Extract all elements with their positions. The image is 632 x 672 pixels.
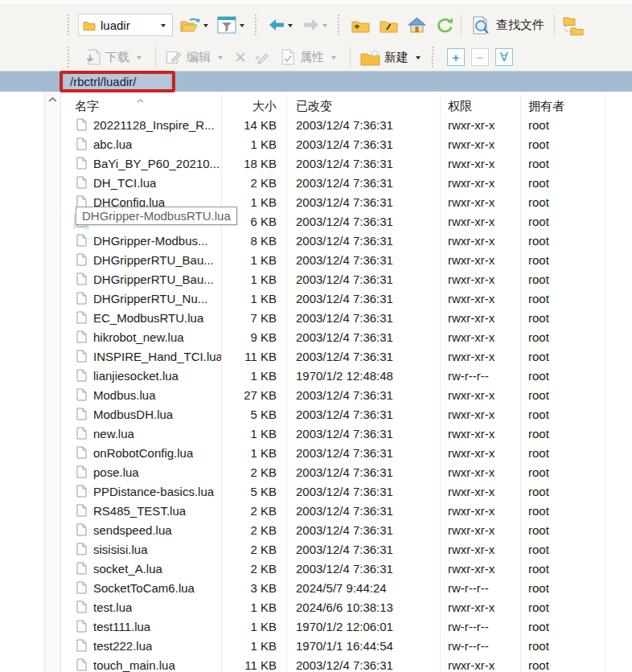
rename-icon[interactable] (255, 50, 271, 64)
table-row[interactable]: RS485_TEST.lua 2 KB 2003/12/4 7:36:31 rw… (63, 501, 632, 520)
delete-icon[interactable]: ✕ (234, 50, 247, 65)
add-bookmark-button[interactable]: + (447, 48, 465, 66)
file-name: hikrobot_new.lua (93, 330, 184, 344)
cell-changed: 2024/5/7 9:44:24 (286, 581, 440, 595)
directory-combobox[interactable]: luadir (78, 14, 173, 36)
table-row[interactable]: pose.lua 2 KB 2003/12/4 7:36:31 rwxr-xr-… (63, 462, 632, 481)
filter-button[interactable] (217, 16, 236, 34)
table-row[interactable]: test.lua 1 KB 2024/6/6 10:38:13 rwxr-xr-… (63, 597, 632, 617)
properties-button[interactable]: 属性 (277, 47, 343, 67)
cell-name: hikrobot_new.lua (63, 330, 221, 345)
edit-button[interactable]: 编辑 (163, 48, 229, 67)
forward-dropdown-icon[interactable] (322, 24, 327, 27)
file-icon (75, 542, 88, 557)
header-name[interactable]: 名字 (63, 99, 221, 114)
table-row[interactable]: SocketToCam6.lua 3 KB 2024/5/7 9:44:24 r… (63, 578, 632, 597)
file-name: Modbus.lua (93, 388, 156, 402)
cell-changed: 2003/12/4 7:36:31 (286, 408, 440, 421)
back-dropdown-icon[interactable] (288, 24, 293, 27)
table-row[interactable]: DHGripperRTU_Bau... 1 KB 2003/12/4 7:36:… (63, 250, 632, 269)
table-row[interactable]: BaYi_BY_P60_20210... 18 KB 2003/12/4 7:3… (63, 154, 632, 173)
table-row[interactable]: touch_main.lua 11 KB 2003/12/4 7:36:31 r… (63, 655, 632, 672)
cell-owner: root (520, 523, 605, 537)
table-row[interactable]: Modbus.lua 27 KB 2003/12/4 7:36:31 rwxr-… (63, 385, 632, 404)
table-row[interactable]: onRobotConfig.lua 1 KB 2003/12/4 7:36:31… (63, 443, 632, 462)
select-filter-button[interactable]: ∀ (495, 48, 513, 66)
forward-button[interactable] (303, 18, 319, 31)
scrollbar-up-button[interactable] (45, 92, 60, 108)
filter-dropdown-icon[interactable] (240, 24, 244, 27)
table-row[interactable]: DHGripperRTU_Bau... 1 KB 2003/12/4 7:36:… (63, 269, 632, 289)
vertical-scrollbar[interactable] (44, 92, 61, 672)
toolbar-grip[interactable] (432, 47, 437, 68)
cell-owner: root (520, 176, 605, 190)
find-files-label: 查找文件 (496, 18, 544, 33)
header-size[interactable]: 大小 (221, 99, 286, 114)
table-row[interactable]: DHGripperRTU_Nu... 1 KB 2003/12/4 7:36:3… (63, 289, 632, 308)
table-row[interactable]: abc.lua 1 KB 2003/12/4 7:36:31 rwxr-xr-x… (63, 134, 632, 154)
cell-name: test222.lua (63, 638, 221, 654)
table-row[interactable]: EC_ModbusRTU.lua 7 KB 2003/12/4 7:36:31 … (63, 308, 632, 327)
toolbar-grip[interactable] (68, 47, 73, 68)
table-row[interactable]: lianjiesocket.lua 1 KB 1970/1/2 12:48:48… (63, 366, 632, 385)
remove-bookmark-button[interactable]: − (471, 48, 489, 66)
cell-rights: rwxr-xr-x (440, 658, 520, 672)
root-directory-button[interactable] (380, 18, 398, 33)
table-row[interactable]: sendspeed.lua 2 KB 2003/12/4 7:36:31 rwx… (63, 520, 632, 539)
find-files-button[interactable]: 查找文件 (469, 14, 547, 36)
refresh-button[interactable] (436, 17, 453, 33)
open-directory-dropdown-icon[interactable] (203, 24, 208, 27)
table-row[interactable]: test222.lua 1 KB 1970/1/1 16:44:54 rw-r-… (63, 636, 632, 655)
file-name: RS485_TEST.lua (93, 504, 186, 518)
cell-size: 11 KB (221, 350, 286, 363)
file-icon (75, 137, 88, 152)
properties-icon (280, 49, 296, 65)
toolbar-grip[interactable] (338, 14, 343, 35)
file-name: SocketToCam6.lua (93, 581, 195, 595)
table-row[interactable]: sisisisi.lua 2 KB 2003/12/4 7:36:31 rwxr… (63, 539, 632, 559)
table-row[interactable]: hikrobot_new.lua 9 KB 2003/12/4 7:36:31 … (63, 327, 632, 346)
file-icon (75, 484, 88, 499)
header-rights[interactable]: 权限 (440, 99, 520, 114)
cell-owner: root (520, 195, 605, 209)
cell-changed: 1970/1/2 12:06:01 (286, 620, 440, 633)
file-name: DHGripperRTU_Bau... (93, 253, 214, 267)
home-directory-button[interactable] (408, 17, 426, 33)
cell-name: lianjiesocket.lua (63, 368, 221, 383)
cell-rights: rwxr-xr-x (440, 388, 520, 402)
table-row[interactable]: socket_A.lua 2 KB 2003/12/4 7:36:31 rwxr… (63, 559, 632, 578)
cell-name: 20221128_Inspire_R... (63, 117, 221, 133)
new-button[interactable]: 新建 (358, 47, 427, 68)
table-row[interactable]: DH_TCI.lua 2 KB 2003/12/4 7:36:31 rwxr-x… (63, 173, 632, 192)
new-dropdown-icon[interactable] (416, 56, 421, 59)
cell-changed: 2003/12/4 7:36:31 (286, 234, 440, 248)
download-button[interactable]: 下载 (81, 47, 148, 67)
header-changed[interactable]: 已改变 (286, 99, 440, 114)
table-row[interactable]: DHGripper-Modbus... 8 KB 2003/12/4 7:36:… (63, 231, 632, 250)
cell-owner: root (520, 137, 605, 151)
table-row[interactable]: new.lua 1 KB 2003/12/4 7:36:31 rwxr-xr-x… (63, 424, 632, 443)
open-directory-button[interactable] (179, 16, 200, 34)
header-owner[interactable]: 拥有者 (520, 99, 605, 114)
download-dropdown-icon[interactable] (137, 56, 142, 59)
file-icon (75, 522, 88, 538)
table-row[interactable]: PPDistance-basics.lua 5 KB 2003/12/4 7:3… (63, 481, 632, 501)
table-row[interactable]: 20221128_Inspire_R... 14 KB 2003/12/4 7:… (63, 115, 632, 134)
toolbar-grip[interactable] (68, 14, 73, 35)
table-row[interactable]: ModbusDH.lua 5 KB 2003/12/4 7:36:31 rwxr… (63, 404, 632, 424)
table-row[interactable]: test111.lua 1 KB 1970/1/2 12:06:01 rw-r-… (63, 617, 632, 636)
combobox-dropdown-icon[interactable] (161, 24, 166, 27)
toolbar-grip[interactable] (255, 14, 261, 35)
cell-name: DH_TCI.lua (63, 175, 221, 191)
current-path[interactable]: /rbctrl/luadir/ (64, 73, 170, 91)
file-name: EC_ModbusRTU.lua (93, 311, 203, 325)
properties-dropdown-icon[interactable] (331, 56, 336, 59)
synchronize-browsing-button[interactable] (562, 15, 584, 35)
edit-dropdown-icon[interactable] (218, 56, 223, 59)
cell-name: RS485_TEST.lua (63, 503, 221, 518)
back-button[interactable] (269, 18, 285, 31)
cell-rights: rwxr-xr-x (440, 176, 520, 190)
parent-directory-button[interactable] (351, 18, 370, 33)
cell-rights: rwxr-xr-x (440, 562, 520, 576)
table-row[interactable]: INSPIRE_Hand_TCI.lua 11 KB 2003/12/4 7:3… (63, 346, 632, 366)
